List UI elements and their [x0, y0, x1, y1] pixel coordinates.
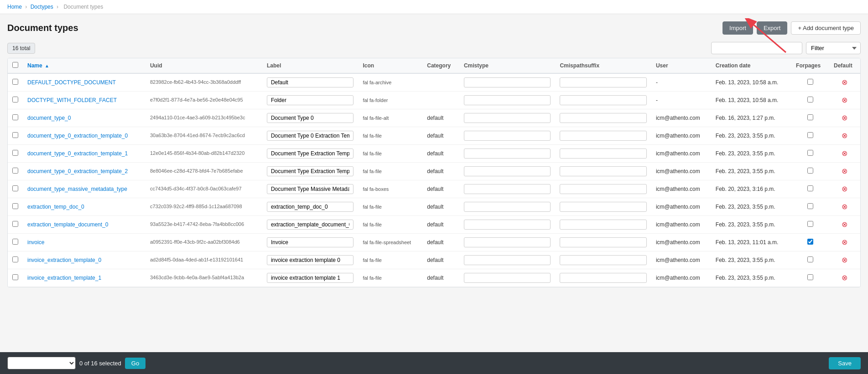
breadcrumb-home[interactable]: Home — [7, 4, 22, 10]
col-label[interactable]: Label — [262, 58, 359, 73]
row-delete-button[interactable]: ⊗ — [842, 274, 847, 282]
row-delete-button[interactable]: ⊗ — [842, 203, 847, 210]
row-cmispathsuffix-input[interactable] — [560, 166, 647, 176]
row-delete-button[interactable]: ⊗ — [842, 150, 847, 157]
row-cmistype-input[interactable] — [464, 202, 551, 212]
row-cmistype-input[interactable] — [464, 255, 551, 265]
row-checkbox[interactable] — [12, 79, 18, 85]
row-cmispathsuffix-input[interactable] — [560, 184, 647, 194]
row-name-link[interactable]: document_type_0_extraction_template_0 — [27, 133, 128, 139]
row-checkbox[interactable] — [12, 203, 18, 209]
row-name-link[interactable]: DOCTYPE_WITH_FOLDER_FACET — [27, 97, 117, 103]
row-delete-button[interactable]: ⊗ — [842, 185, 847, 193]
row-cmistype-input[interactable] — [464, 149, 551, 159]
row-label-input[interactable] — [267, 166, 354, 176]
row-cmistype-input[interactable] — [464, 77, 551, 87]
row-checkbox[interactable] — [12, 97, 18, 102]
row-delete-button[interactable]: ⊗ — [842, 132, 847, 139]
row-cmispathsuffix-input[interactable] — [560, 95, 647, 105]
row-checkbox[interactable] — [12, 274, 18, 280]
row-label-input[interactable] — [267, 273, 354, 283]
row-forpages-checkbox[interactable] — [807, 97, 813, 102]
row-cmistype-input[interactable] — [464, 220, 551, 230]
row-forpages-checkbox[interactable] — [807, 79, 813, 85]
row-delete-button[interactable]: ⊗ — [842, 221, 847, 228]
row-label-input[interactable] — [267, 77, 354, 87]
row-name-link[interactable]: invoice_extraction_template_0 — [27, 257, 101, 263]
row-cmistype-input[interactable] — [464, 166, 551, 176]
row-cmispathsuffix-input[interactable] — [560, 131, 647, 141]
import-button[interactable]: Import — [722, 21, 753, 35]
row-cmistype-input[interactable] — [464, 131, 551, 141]
row-checkbox[interactable] — [12, 132, 18, 138]
col-user[interactable]: User — [651, 58, 711, 73]
row-delete-button[interactable]: ⊗ — [842, 168, 847, 175]
row-label-input[interactable] — [267, 202, 354, 212]
row-name-link[interactable]: DEFAULT_DOCTYPE_DOCUMENT — [27, 79, 116, 86]
col-creation-date[interactable]: Creation date — [711, 58, 791, 73]
row-checkbox[interactable] — [12, 114, 18, 120]
row-checkbox[interactable] — [12, 168, 18, 174]
row-cmispathsuffix-input[interactable] — [560, 220, 647, 230]
row-label-input[interactable] — [267, 113, 354, 123]
row-label-input[interactable] — [267, 95, 354, 105]
row-name-link[interactable]: document_type_massive_metadata_type — [27, 186, 127, 192]
search-input[interactable] — [711, 42, 802, 54]
row-name-link[interactable]: invoice — [27, 239, 44, 246]
row-cmispathsuffix-input[interactable] — [560, 273, 647, 283]
row-cmistype-input[interactable] — [464, 113, 551, 123]
select-all-header[interactable] — [8, 58, 23, 73]
row-forpages-checkbox[interactable] — [807, 132, 813, 138]
row-cmispathsuffix-input[interactable] — [560, 255, 647, 265]
row-label-input[interactable] — [267, 149, 354, 159]
row-name-link[interactable]: document_type_0_extraction_template_2 — [27, 168, 128, 174]
row-label-input[interactable] — [267, 184, 354, 194]
row-checkbox[interactable] — [12, 239, 18, 245]
row-cmistype-input[interactable] — [464, 237, 551, 247]
row-forpages-checkbox[interactable] — [807, 239, 813, 245]
add-document-type-button[interactable]: + Add document type — [791, 21, 861, 35]
row-label-input[interactable] — [267, 220, 354, 230]
row-cmistype-input[interactable] — [464, 273, 551, 283]
row-checkbox[interactable] — [12, 150, 18, 156]
col-icon[interactable]: Icon — [358, 58, 422, 73]
row-forpages-checkbox[interactable] — [807, 114, 813, 120]
row-name-link[interactable]: invoice_extraction_template_1 — [27, 275, 101, 281]
col-uuid[interactable]: Uuid — [146, 58, 262, 73]
row-cmistype-input[interactable] — [464, 184, 551, 194]
col-name[interactable]: Name ▲ — [23, 58, 146, 73]
row-forpages-checkbox[interactable] — [807, 168, 813, 174]
row-label-input[interactable] — [267, 255, 354, 265]
row-name-link[interactable]: extraction_template_document_0 — [27, 221, 108, 228]
row-label-input[interactable] — [267, 131, 354, 141]
row-cmispathsuffix-input[interactable] — [560, 202, 647, 212]
col-default[interactable]: Default — [829, 58, 860, 73]
col-category[interactable]: Category — [422, 58, 459, 73]
row-cmispathsuffix-input[interactable] — [560, 237, 647, 247]
row-forpages-checkbox[interactable] — [807, 256, 813, 262]
row-name-link[interactable]: document_type_0 — [27, 115, 71, 121]
col-forpages[interactable]: Forpages — [791, 58, 829, 73]
row-forpages-checkbox[interactable] — [807, 274, 813, 280]
export-button[interactable]: Export — [757, 21, 788, 35]
row-cmispathsuffix-input[interactable] — [560, 77, 647, 87]
row-delete-button[interactable]: ⊗ — [842, 256, 847, 264]
row-delete-button[interactable]: ⊗ — [842, 97, 847, 104]
row-cmispathsuffix-input[interactable] — [560, 149, 647, 159]
row-delete-button[interactable]: ⊗ — [842, 114, 847, 122]
row-checkbox[interactable] — [12, 221, 18, 227]
col-cmistype[interactable]: Cmistype — [459, 58, 556, 73]
row-name-link[interactable]: document_type_0_extraction_template_1 — [27, 150, 128, 157]
row-delete-button[interactable]: ⊗ — [842, 239, 847, 246]
row-forpages-checkbox[interactable] — [807, 185, 813, 191]
row-name-link[interactable]: extraction_temp_doc_0 — [27, 204, 84, 210]
breadcrumb-doctypes[interactable]: Doctypes — [31, 4, 53, 10]
row-cmispathsuffix-input[interactable] — [560, 113, 647, 123]
row-forpages-checkbox[interactable] — [807, 221, 813, 227]
row-checkbox[interactable] — [12, 185, 18, 191]
row-delete-button[interactable]: ⊗ — [842, 79, 847, 86]
select-all-checkbox[interactable] — [12, 62, 18, 68]
row-cmistype-input[interactable] — [464, 95, 551, 105]
filter-select[interactable]: Filter — [806, 42, 861, 54]
col-cmispathsuffix[interactable]: Cmispathsuffix — [555, 58, 651, 73]
